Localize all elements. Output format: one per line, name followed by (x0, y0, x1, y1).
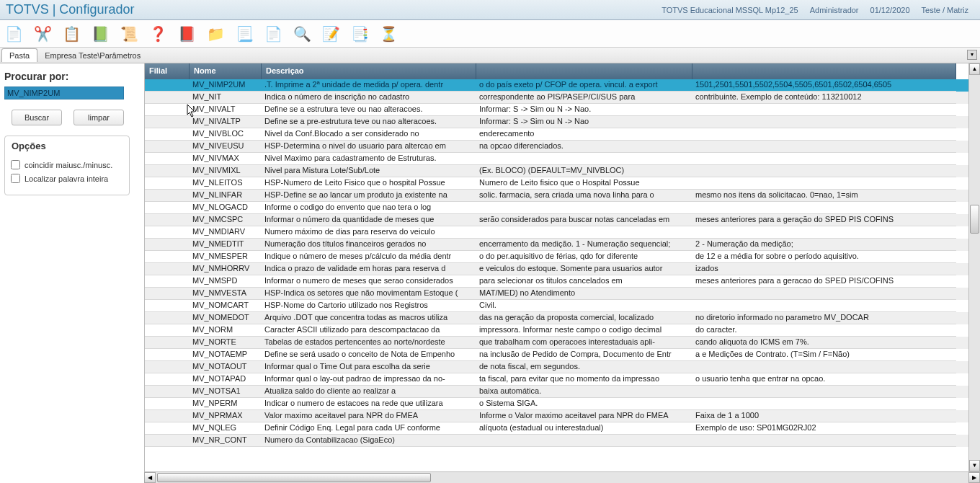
hscroll-track[interactable] (156, 472, 968, 483)
table-row[interactable]: MV_NIVALTDefine se a estrutura teve ou n… (145, 104, 968, 116)
cell: a e Medições de Contrato. (T=Sim / F=Não… (692, 349, 956, 361)
book-icon[interactable]: 📗 (91, 25, 110, 43)
table-row[interactable]: MV_NORTETabelas de estados pertencentes … (145, 337, 968, 349)
table-row[interactable]: MV_NOTAOUTInformar qual o Time Out para … (145, 361, 968, 373)
log-icon[interactable]: 📜 (120, 25, 138, 43)
paste-icon[interactable]: 📋 (62, 25, 81, 43)
table-row[interactable]: MV_NMSPDInformar o numero de meses que s… (145, 275, 968, 288)
add-page-icon[interactable]: 📄 (264, 25, 282, 43)
pages-icon[interactable]: 📑 (350, 25, 369, 43)
scroll-up-icon[interactable]: ▲ (969, 63, 980, 75)
edit-page-icon[interactable]: 📝 (321, 25, 340, 43)
cell: Informar o numero de meses que serao con… (262, 275, 476, 288)
whole-word-checkbox[interactable] (11, 174, 20, 183)
cell: Informar: S -> Sim ou N -> Nao (476, 116, 692, 128)
cell: Informar: S -> Sim ou N -> Nao. (476, 104, 692, 116)
table-row[interactable]: MV_NOMCARTHSP-Nome do Cartorio utilizado… (145, 300, 968, 312)
table-row[interactable]: MV_NOTAPADInformar qual o lay-out padrao… (145, 373, 968, 386)
clear-button[interactable]: limpar (74, 110, 124, 125)
table-row[interactable]: MV_NOTSA1Atualiza saldo do cliente ao re… (145, 386, 968, 398)
cell: MV_NLEITOS (190, 177, 262, 190)
table-row[interactable]: MV_NMCSPCInformar o número da quantidade… (145, 214, 968, 226)
table-row[interactable]: MV_NLINFARHSP-Define se ao lancar um pro… (145, 190, 968, 202)
table-row[interactable]: MV_NLOGACDInforme o codigo do envento qu… (145, 202, 968, 214)
cell: das na geração da proposta comercial, lo… (476, 312, 692, 324)
col-ext1[interactable] (476, 63, 692, 79)
table-row[interactable]: MV_NIVALTPDefine se a pre-estrutura teve… (145, 116, 968, 128)
titlebar: TOTVS | Configurador TOTVS Educacional M… (0, 0, 980, 20)
cell: Indique o número de meses p/cálculo da m… (262, 251, 476, 263)
tab-pasta[interactable]: Pasta (1, 48, 37, 62)
scroll-right-icon[interactable]: ▶ (968, 472, 980, 483)
cell (145, 435, 190, 447)
cut-icon[interactable]: ✂️ (33, 25, 52, 43)
table-row[interactable]: MV_NIVEUSUHSP-Determina o nivel do usuar… (145, 141, 968, 153)
hscroll-thumb[interactable] (157, 473, 431, 482)
cell (145, 324, 190, 337)
zoom-page-icon[interactable]: 🔍 (293, 25, 311, 43)
horizontal-scrollbar[interactable]: ◀ ▶ (144, 471, 980, 483)
table-row[interactable]: MV_NIMP2UM.T. Imprime a 2ª unidade de me… (145, 79, 968, 92)
cell: Nivel Maximo para cadastramento de Estru… (262, 153, 476, 165)
scroll-down-icon[interactable]: ▼ (969, 460, 980, 471)
table-row[interactable]: MV_NOMEDOTArquivo .DOT que concentra tod… (145, 312, 968, 324)
search-label: Procurar por: (4, 71, 140, 82)
table-row[interactable]: MV_NMHORRVIndica o prazo de validade em … (145, 263, 968, 275)
cell: HSP-Nome do Cartorio utilizado nos Regis… (262, 300, 476, 312)
cell: encerramento da medição. 1 - Numeração s… (476, 239, 692, 251)
cell (692, 202, 956, 214)
search-button[interactable]: Buscar (12, 110, 62, 125)
table-row[interactable]: MV_NR_CONTNumero da Contabilizacao (Siga… (145, 435, 968, 447)
cell: MV_NIMP2UM (190, 79, 262, 92)
table-row[interactable]: MV_NPRMAXValor maximo aceitavel para NPR… (145, 410, 968, 422)
col-descricao[interactable]: Descriçao (262, 63, 476, 79)
folder-icon[interactable]: 📁 (206, 25, 225, 43)
table-row[interactable]: MV_NIVMIXLNivel para Mistura Lote/Sub/Lo… (145, 165, 968, 177)
cell (145, 165, 190, 177)
cell: MV_NLINFAR (190, 190, 262, 202)
vscroll-track[interactable] (969, 75, 980, 460)
table-row[interactable]: MV_NIVMAXNivel Maximo para cadastramento… (145, 153, 968, 165)
exit-icon[interactable]: 📕 (177, 25, 196, 43)
help-icon[interactable]: ❓ (148, 25, 167, 43)
vertical-scrollbar[interactable]: ▲ ▼ ▼ (968, 63, 980, 483)
cell: MV_NQLEG (190, 422, 262, 435)
scroll-left-icon[interactable]: ◀ (144, 472, 156, 483)
cell (692, 300, 956, 312)
table-row[interactable]: MV_NPERMIndicar o numero de estacoes na … (145, 398, 968, 410)
cell: MV_NIVBLOC (190, 128, 262, 141)
table-row[interactable]: MV_NMEDTITNumeração dos títulos financei… (145, 239, 968, 251)
breadcrumb-dropdown-icon[interactable]: ▾ (967, 50, 977, 60)
col-ext2[interactable] (692, 63, 956, 79)
filter-icon[interactable]: ⏳ (379, 25, 398, 43)
search-input[interactable] (4, 87, 124, 99)
cell: MV_NORTE (190, 337, 262, 349)
table-row[interactable]: MV_NMESPERIndique o número de meses p/cá… (145, 251, 968, 263)
table-row[interactable]: MV_NLEITOSHSP-Numero de Leito Fisico que… (145, 177, 968, 190)
grid-header: Filial Nome Descriçao (145, 63, 968, 79)
breadcrumb-path: Empresa Teste\Parâmetros (37, 51, 148, 60)
app-title: TOTVS | Configurador (6, 2, 134, 17)
table-row[interactable]: MV_NMVESTAHSP-Indica os setores que não … (145, 288, 968, 300)
cell (145, 349, 190, 361)
new-icon[interactable]: 📄 (4, 25, 23, 43)
table-row[interactable]: MV_NMDIARVNumero máximo de dias para res… (145, 226, 968, 239)
table-row[interactable]: MV_NQLEGDefinir Código Enq. Legal para c… (145, 422, 968, 435)
table-row[interactable]: MV_NITIndica o número de inscrição no ca… (145, 92, 968, 104)
cell: Define se será usado o conceito de Nota … (262, 349, 476, 361)
cell: Caracter ASCII utilizado para descompact… (262, 324, 476, 337)
table-row[interactable]: MV_NOTAEMPDefine se será usado o conceit… (145, 349, 968, 361)
grid-body: MV_NIMP2UM.T. Imprime a 2ª unidade de me… (145, 79, 968, 447)
cell: Informe o Valor maximo aceitavel para NP… (476, 410, 692, 422)
match-case-checkbox[interactable] (11, 160, 20, 169)
table-row[interactable]: MV_NORMCaracter ASCII utilizado para des… (145, 324, 968, 337)
list-icon[interactable]: 📃 (235, 25, 254, 43)
parameters-grid[interactable]: Filial Nome Descriçao MV_NIMP2UM.T. Impr… (144, 63, 968, 483)
vscroll-thumb[interactable] (970, 205, 979, 234)
cell: de 12 e a média for sobre o período aqui… (692, 251, 956, 263)
col-filial[interactable]: Filial (145, 63, 190, 79)
table-row[interactable]: MV_NIVBLOCNivel da Conf.Blocado a ser co… (145, 128, 968, 141)
col-nome[interactable]: Nome (190, 63, 262, 79)
cell: Numero da Contabilizacao (SigaEco) (262, 435, 476, 447)
cell (145, 116, 190, 128)
